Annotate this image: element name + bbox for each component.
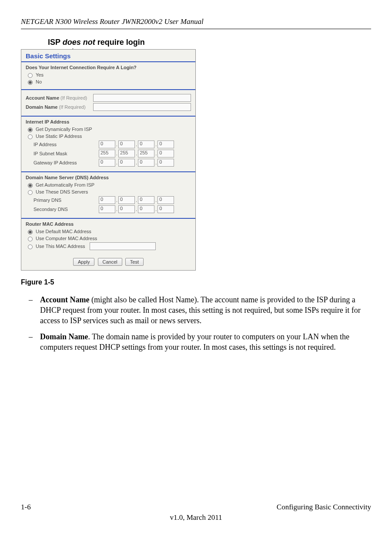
mac-heading: Router MAC Address (26, 221, 191, 227)
callout-isp-no-login: ISP does not require login (48, 38, 145, 47)
ip-addr-oct2[interactable]: 0 (118, 141, 135, 148)
domain-name-term: Domain Name (40, 332, 88, 341)
ip-mask-oct3[interactable]: 255 (138, 150, 154, 157)
figure-1-5-area: ISP does not require login Basic Setting… (21, 41, 371, 271)
ip-address-label: IP Address (34, 142, 99, 147)
ip-gw-row: Gateway IP Address 0. 0. 0. 0 (34, 159, 191, 167)
radio-ip-static-row[interactable]: Use Static IP Address (26, 133, 191, 139)
radio-yes-label: Yes (36, 72, 44, 77)
ip-gw-label: Gateway IP Address (34, 160, 99, 165)
radio-no[interactable] (28, 80, 33, 85)
radio-mac-default-row[interactable]: Use Default MAC Address (26, 228, 191, 234)
account-name-input[interactable] (93, 94, 191, 102)
dns-p-oct1[interactable]: 0 (99, 196, 115, 204)
section-dns: Domain Name Server (DNS) Address Get Aut… (21, 172, 195, 219)
page-number: 1-6 (21, 503, 31, 512)
dns-p-oct3[interactable]: 0 (138, 196, 154, 204)
dns-s-oct1[interactable]: 0 (99, 205, 115, 213)
ip-mask-row: IP Subnet Mask 255. 255. 255. 0 (34, 150, 191, 157)
callout-text-post: require login (95, 38, 145, 47)
mac-address-input[interactable] (90, 242, 156, 250)
radio-ip-dynamic-row[interactable]: Get Dynamically From ISP (26, 126, 191, 132)
internet-ip-heading: Internet IP Address (26, 119, 191, 124)
list-item-domain-name: – Domain Name. The domain name is provid… (29, 332, 371, 353)
dash-bullet: – (29, 332, 40, 353)
doc-version: v1.0, March 2011 (21, 513, 371, 522)
ip-mask-oct1[interactable]: 255 (99, 150, 115, 157)
radio-mac-default-label: Use Default MAC Address (36, 229, 91, 234)
section-login-required: Does Your Internet Connection Require A … (21, 62, 195, 90)
radio-mac-this-label: Use This MAC Address (36, 244, 85, 249)
apply-button[interactable]: Apply (73, 258, 95, 266)
body-text: – Account Name (might also be called Hos… (21, 292, 371, 359)
ip-gw-oct2[interactable]: 0 (118, 159, 135, 167)
radio-dns-auto[interactable] (28, 183, 33, 188)
radio-mac-computer[interactable] (28, 237, 33, 241)
radio-ip-dynamic[interactable] (28, 127, 33, 132)
radio-ip-static-label: Use Static IP Address (36, 134, 82, 139)
radio-mac-this-row[interactable]: Use This MAC Address (26, 242, 191, 250)
cancel-button[interactable]: Cancel (98, 258, 122, 266)
section-mac: Router MAC Address Use Default MAC Addre… (21, 219, 195, 254)
account-name-label: Account Name (If Required) (26, 95, 93, 100)
ip-addr-oct4[interactable]: 0 (157, 141, 174, 148)
radio-yes[interactable] (28, 73, 33, 78)
ip-mask-label: IP Subnet Mask (34, 151, 99, 156)
dns-secondary-label: Secondary DNS (34, 207, 99, 212)
callout-text-pre: ISP (48, 38, 63, 47)
test-button[interactable]: Test (125, 258, 144, 266)
dns-p-oct4[interactable]: 0 (157, 196, 174, 204)
panel-title: Basic Settings (21, 50, 195, 62)
chapter-title: Configuring Basic Connectivity (277, 503, 371, 512)
login-question: Does Your Internet Connection Require A … (26, 65, 191, 70)
page-footer: 1-6 Configuring Basic Connectivity (21, 503, 371, 512)
dash-bullet: – (29, 295, 40, 326)
radio-dns-manual[interactable] (28, 190, 33, 195)
radio-dns-manual-label: Use These DNS Servers (36, 189, 88, 194)
button-row: Apply Cancel Test (21, 254, 195, 270)
list-item-account-name: – Account Name (might also be called Hos… (29, 295, 371, 326)
section-internet-ip: Internet IP Address Get Dynamically From… (21, 117, 195, 172)
dns-s-oct3[interactable]: 0 (138, 205, 154, 213)
ip-address-row: IP Address 0. 0. 0. 0 (34, 141, 191, 148)
radio-dns-manual-row[interactable]: Use These DNS Servers (26, 189, 191, 195)
ip-gw-oct4[interactable]: 0 (157, 159, 174, 167)
ip-mask-oct2[interactable]: 255 (118, 150, 135, 157)
dns-primary-row: Primary DNS 0. 0. 0. 0 (34, 196, 191, 204)
radio-mac-computer-label: Use Computer MAC Address (36, 236, 97, 241)
radio-ip-static[interactable] (28, 134, 33, 139)
section-account: Account Name (If Required) Domain Name (… (21, 90, 195, 117)
radio-no-label: No (36, 79, 42, 84)
dns-s-oct2[interactable]: 0 (118, 205, 135, 213)
account-name-term: Account Name (40, 295, 89, 304)
radio-ip-dynamic-label: Get Dynamically From ISP (36, 127, 92, 132)
radio-dns-auto-row[interactable]: Get Automatically From ISP (26, 182, 191, 188)
ip-gw-oct3[interactable]: 0 (138, 159, 154, 167)
dns-s-oct4[interactable]: 0 (157, 205, 174, 213)
domain-name-label: Domain Name (If Required) (26, 104, 93, 110)
radio-mac-this[interactable] (28, 244, 33, 249)
radio-yes-row[interactable]: Yes (26, 72, 191, 78)
radio-no-row[interactable]: No (26, 79, 191, 85)
radio-mac-computer-row[interactable]: Use Computer MAC Address (26, 235, 191, 241)
ip-addr-oct3[interactable]: 0 (138, 141, 154, 148)
ip-gw-oct1[interactable]: 0 (99, 159, 115, 167)
domain-name-input[interactable] (93, 103, 191, 111)
dns-primary-label: Primary DNS (34, 197, 99, 203)
callout-text-em: does not (63, 38, 95, 47)
running-header: NETGEAR N300 Wireless Router JWNR2000v2 … (21, 17, 371, 29)
radio-mac-default[interactable] (28, 230, 33, 234)
ip-addr-oct1[interactable]: 0 (99, 141, 115, 148)
radio-dns-auto-label: Get Automatically From ISP (36, 182, 94, 187)
dns-heading: Domain Name Server (DNS) Address (26, 175, 191, 180)
dns-p-oct2[interactable]: 0 (118, 196, 135, 204)
ip-mask-oct4[interactable]: 0 (157, 150, 174, 157)
figure-caption: Figure 1-5 (21, 278, 371, 286)
router-settings-screenshot: Basic Settings Does Your Internet Connec… (21, 49, 196, 271)
dns-secondary-row: Secondary DNS 0. 0. 0. 0 (34, 205, 191, 213)
